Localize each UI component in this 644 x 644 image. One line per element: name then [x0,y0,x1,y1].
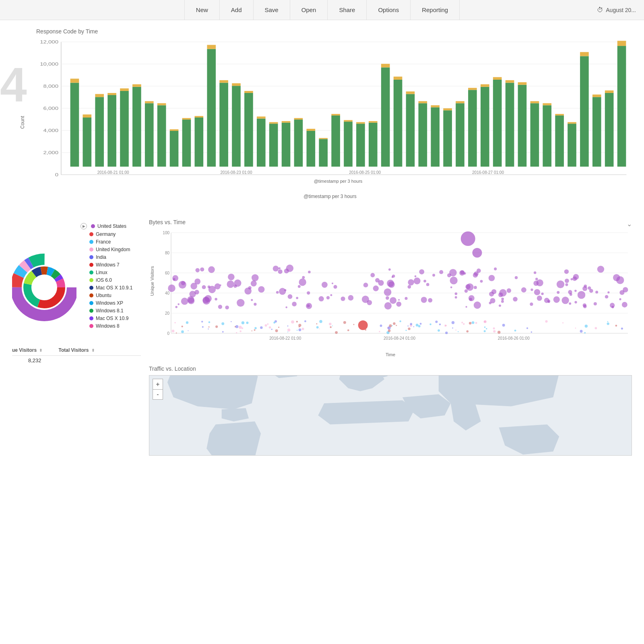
nav-item-new[interactable]: New [184,0,220,20]
top-navigation: New Add Save Open Share Options Reportin… [0,0,644,20]
legend-label-3: United Kingdom [96,247,130,252]
nav-item-options[interactable]: Options [367,0,411,20]
legend-dot-10 [89,301,93,305]
map-section: Traffic vs. Location + - [149,365,632,456]
map-title: Traffic vs. Location [149,365,632,372]
map-zoom-in-button[interactable]: + [153,379,163,389]
cell-total-0: 8,232 [28,357,41,363]
legend-label-9: Ubuntu [96,293,111,298]
legend-dot-6 [89,270,93,275]
legend-item-12: Mac OS X 10.9 [80,316,141,321]
donut-legend: ▶ United States Germany France [12,219,141,341]
legend-item-1: Germany [80,231,141,237]
nav-item-open[interactable]: Open [290,0,328,20]
legend-item-3: United Kingdom [80,247,141,252]
legend-item-4: India [80,254,141,260]
nav-item-add[interactable]: Add [220,0,254,20]
legend-item-7: iOS 6.0 [80,277,141,283]
bar-chart-section: Response Code by Time Count 12,000 10,00… [12,28,632,207]
legend-dot-1 [89,232,93,236]
clock-icon: ⏱ [597,6,603,14]
legend-dot-12 [89,316,93,320]
scatter-chart-title: Bytes vs. Time [149,219,186,225]
legend-label-10: Windows XP [96,300,123,306]
nav-item-share[interactable]: Share [328,0,367,20]
timestamp-display: ⏱ August 20... [589,6,636,14]
main-content: 4 Response Code by Time Count 12,000 10,… [0,20,644,464]
bar-chart-y-label: Count [20,116,25,129]
legend-label-7: iOS 6.0 [96,277,112,283]
legend-label-8: Mac OS X 10.9.1 [96,285,132,291]
scatter-x-label: Time [149,352,632,357]
col-unique-visitors[interactable]: ue Visitors ⬍ [12,347,42,353]
legend-item-5: Windows 7 [80,262,141,268]
legend-item-2: France [80,239,141,245]
sort-icon-unique: ⬍ [39,348,42,353]
map-svg [149,376,632,455]
table-section: ue Visitors ⬍ Total Visitors ⬍ 8,232 [12,345,141,365]
legend-dot-5 [89,263,93,267]
legend-label-11: Windows 8.1 [96,308,124,314]
legend-item-11: Windows 8.1 [80,308,141,314]
legend-dot-8 [89,286,93,290]
sort-icon-total: ⬍ [91,348,95,353]
left-panel: ▶ United States Germany France [12,219,141,456]
scatter-collapse-icon[interactable]: ⌄ [627,220,632,228]
legend-dot-7 [89,278,93,282]
legend-dot-9 [89,293,93,297]
donut-chart [12,219,76,341]
legend-dot-3 [89,248,93,252]
bar-chart-container: Count 12,000 10,000 8,000 6,000 4,000 2,… [28,38,632,207]
legend-item-9: Ubuntu [80,293,141,298]
legend-item-0: ▶ United States [80,223,141,229]
legend-dot-0 [91,224,95,228]
bar-chart-canvas [44,38,632,191]
legend-dot-2 [89,240,93,244]
legend-label-13: Windows 8 [96,323,120,329]
legend-label-0: United States [97,223,126,229]
big-number-display: 4 [0,60,27,109]
nav-item-reporting[interactable]: Reporting [411,0,460,20]
bar-chart-title: Response Code by Time [36,28,632,35]
bar-chart-x-label: @timestamp per 3 hours [28,194,632,199]
legend-item-6: Linux [80,270,141,275]
scatter-chart-container: Time [149,229,632,357]
legend-label-4: India [96,254,106,260]
map-container: + - [149,375,632,456]
legend-label-12: Mac OS X 10.9 [96,316,128,321]
legend-container: ▶ United States Germany France [80,219,141,331]
legend-dot-13 [89,324,93,328]
map-zoom-out-button[interactable]: - [153,389,163,400]
legend-dot-4 [89,255,93,259]
map-zoom-controls: + - [153,379,163,400]
bottom-section: ▶ United States Germany France [12,219,632,456]
table-header: ue Visitors ⬍ Total Visitors ⬍ [12,345,141,356]
legend-item-8: Mac OS X 10.9.1 [80,285,141,291]
nav-item-save[interactable]: Save [254,0,290,20]
legend-expand-icon[interactable]: ▶ [80,223,87,229]
timestamp-text: August 20... [606,7,636,13]
legend-label-6: Linux [96,270,107,275]
scatter-section: Bytes vs. Time ⌄ Time [149,219,632,357]
legend-label-5: Windows 7 [96,262,120,268]
table-row-0: 8,232 [12,356,141,365]
legend-dot-11 [89,309,93,313]
legend-item-13: Windows 8 [80,323,141,329]
scatter-chart-canvas [149,229,632,349]
legend-label-1: Germany [96,231,116,237]
right-panel: Bytes vs. Time ⌄ Time Traffic vs. Locati… [149,219,632,456]
svg-point-30 [35,279,53,296]
legend-label-2: France [96,239,111,245]
col-total-visitors[interactable]: Total Visitors ⬍ [58,347,94,353]
legend-item-10: Windows XP [80,300,141,306]
donut-svg [12,219,76,340]
